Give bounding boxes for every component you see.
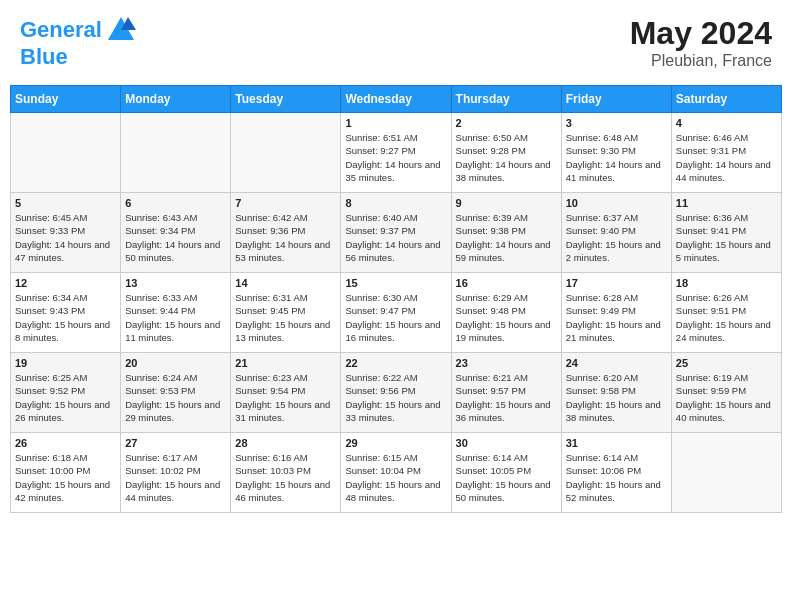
day-info: Sunrise: 6:46 AM Sunset: 9:31 PM Dayligh… — [676, 131, 777, 184]
calendar-header: SundayMondayTuesdayWednesdayThursdayFrid… — [11, 86, 782, 113]
day-info: Sunrise: 6:43 AM Sunset: 9:34 PM Dayligh… — [125, 211, 226, 264]
day-number: 7 — [235, 197, 336, 209]
day-number: 17 — [566, 277, 667, 289]
calendar-cell: 18Sunrise: 6:26 AM Sunset: 9:51 PM Dayli… — [671, 273, 781, 353]
day-info: Sunrise: 6:19 AM Sunset: 9:59 PM Dayligh… — [676, 371, 777, 424]
day-number: 24 — [566, 357, 667, 369]
calendar-cell: 23Sunrise: 6:21 AM Sunset: 9:57 PM Dayli… — [451, 353, 561, 433]
day-info: Sunrise: 6:39 AM Sunset: 9:38 PM Dayligh… — [456, 211, 557, 264]
day-number: 18 — [676, 277, 777, 289]
calendar-cell: 27Sunrise: 6:17 AM Sunset: 10:02 PM Dayl… — [121, 433, 231, 513]
calendar-cell: 29Sunrise: 6:15 AM Sunset: 10:04 PM Dayl… — [341, 433, 451, 513]
calendar-cell: 7Sunrise: 6:42 AM Sunset: 9:36 PM Daylig… — [231, 193, 341, 273]
day-number: 1 — [345, 117, 446, 129]
day-info: Sunrise: 6:48 AM Sunset: 9:30 PM Dayligh… — [566, 131, 667, 184]
calendar-cell — [11, 113, 121, 193]
calendar-cell: 4Sunrise: 6:46 AM Sunset: 9:31 PM Daylig… — [671, 113, 781, 193]
calendar-table: SundayMondayTuesdayWednesdayThursdayFrid… — [10, 85, 782, 513]
day-number: 4 — [676, 117, 777, 129]
day-info: Sunrise: 6:17 AM Sunset: 10:02 PM Daylig… — [125, 451, 226, 504]
day-info: Sunrise: 6:24 AM Sunset: 9:53 PM Dayligh… — [125, 371, 226, 424]
day-info: Sunrise: 6:42 AM Sunset: 9:36 PM Dayligh… — [235, 211, 336, 264]
day-info: Sunrise: 6:25 AM Sunset: 9:52 PM Dayligh… — [15, 371, 116, 424]
day-info: Sunrise: 6:15 AM Sunset: 10:04 PM Daylig… — [345, 451, 446, 504]
day-number: 11 — [676, 197, 777, 209]
calendar-cell: 17Sunrise: 6:28 AM Sunset: 9:49 PM Dayli… — [561, 273, 671, 353]
day-info: Sunrise: 6:28 AM Sunset: 9:49 PM Dayligh… — [566, 291, 667, 344]
day-number: 20 — [125, 357, 226, 369]
calendar-cell: 24Sunrise: 6:20 AM Sunset: 9:58 PM Dayli… — [561, 353, 671, 433]
day-number: 21 — [235, 357, 336, 369]
day-info: Sunrise: 6:22 AM Sunset: 9:56 PM Dayligh… — [345, 371, 446, 424]
calendar-cell: 16Sunrise: 6:29 AM Sunset: 9:48 PM Dayli… — [451, 273, 561, 353]
calendar-body: 1Sunrise: 6:51 AM Sunset: 9:27 PM Daylig… — [11, 113, 782, 513]
day-info: Sunrise: 6:51 AM Sunset: 9:27 PM Dayligh… — [345, 131, 446, 184]
calendar-cell — [671, 433, 781, 513]
calendar-cell: 12Sunrise: 6:34 AM Sunset: 9:43 PM Dayli… — [11, 273, 121, 353]
day-number: 8 — [345, 197, 446, 209]
day-info: Sunrise: 6:36 AM Sunset: 9:41 PM Dayligh… — [676, 211, 777, 264]
calendar-cell: 30Sunrise: 6:14 AM Sunset: 10:05 PM Dayl… — [451, 433, 561, 513]
calendar-week-row: 1Sunrise: 6:51 AM Sunset: 9:27 PM Daylig… — [11, 113, 782, 193]
calendar-cell: 6Sunrise: 6:43 AM Sunset: 9:34 PM Daylig… — [121, 193, 231, 273]
day-info: Sunrise: 6:20 AM Sunset: 9:58 PM Dayligh… — [566, 371, 667, 424]
day-number: 22 — [345, 357, 446, 369]
location-title: Pleubian, France — [630, 52, 772, 70]
calendar-cell: 28Sunrise: 6:16 AM Sunset: 10:03 PM Dayl… — [231, 433, 341, 513]
day-number: 26 — [15, 437, 116, 449]
calendar-cell — [231, 113, 341, 193]
day-number: 27 — [125, 437, 226, 449]
calendar-week-row: 19Sunrise: 6:25 AM Sunset: 9:52 PM Dayli… — [11, 353, 782, 433]
calendar-cell: 1Sunrise: 6:51 AM Sunset: 9:27 PM Daylig… — [341, 113, 451, 193]
calendar-cell: 15Sunrise: 6:30 AM Sunset: 9:47 PM Dayli… — [341, 273, 451, 353]
day-of-week-header: Tuesday — [231, 86, 341, 113]
day-number: 3 — [566, 117, 667, 129]
day-info: Sunrise: 6:23 AM Sunset: 9:54 PM Dayligh… — [235, 371, 336, 424]
calendar-cell: 13Sunrise: 6:33 AM Sunset: 9:44 PM Dayli… — [121, 273, 231, 353]
day-number: 19 — [15, 357, 116, 369]
calendar-cell: 26Sunrise: 6:18 AM Sunset: 10:00 PM Dayl… — [11, 433, 121, 513]
day-number: 29 — [345, 437, 446, 449]
day-info: Sunrise: 6:45 AM Sunset: 9:33 PM Dayligh… — [15, 211, 116, 264]
day-number: 16 — [456, 277, 557, 289]
logo-blue-text: Blue — [20, 45, 136, 69]
calendar-cell: 21Sunrise: 6:23 AM Sunset: 9:54 PM Dayli… — [231, 353, 341, 433]
day-number: 30 — [456, 437, 557, 449]
day-of-week-header: Sunday — [11, 86, 121, 113]
day-info: Sunrise: 6:29 AM Sunset: 9:48 PM Dayligh… — [456, 291, 557, 344]
day-info: Sunrise: 6:40 AM Sunset: 9:37 PM Dayligh… — [345, 211, 446, 264]
day-of-week-header: Monday — [121, 86, 231, 113]
calendar-cell: 31Sunrise: 6:14 AM Sunset: 10:06 PM Dayl… — [561, 433, 671, 513]
day-number: 15 — [345, 277, 446, 289]
calendar-cell: 19Sunrise: 6:25 AM Sunset: 9:52 PM Dayli… — [11, 353, 121, 433]
day-info: Sunrise: 6:21 AM Sunset: 9:57 PM Dayligh… — [456, 371, 557, 424]
day-info: Sunrise: 6:26 AM Sunset: 9:51 PM Dayligh… — [676, 291, 777, 344]
day-info: Sunrise: 6:31 AM Sunset: 9:45 PM Dayligh… — [235, 291, 336, 344]
calendar-week-row: 26Sunrise: 6:18 AM Sunset: 10:00 PM Dayl… — [11, 433, 782, 513]
calendar-cell: 10Sunrise: 6:37 AM Sunset: 9:40 PM Dayli… — [561, 193, 671, 273]
calendar-cell: 2Sunrise: 6:50 AM Sunset: 9:28 PM Daylig… — [451, 113, 561, 193]
day-number: 12 — [15, 277, 116, 289]
day-info: Sunrise: 6:37 AM Sunset: 9:40 PM Dayligh… — [566, 211, 667, 264]
calendar-cell: 22Sunrise: 6:22 AM Sunset: 9:56 PM Dayli… — [341, 353, 451, 433]
day-info: Sunrise: 6:50 AM Sunset: 9:28 PM Dayligh… — [456, 131, 557, 184]
calendar-week-row: 12Sunrise: 6:34 AM Sunset: 9:43 PM Dayli… — [11, 273, 782, 353]
month-title: May 2024 — [630, 15, 772, 52]
calendar-cell: 25Sunrise: 6:19 AM Sunset: 9:59 PM Dayli… — [671, 353, 781, 433]
day-of-week-header: Friday — [561, 86, 671, 113]
calendar-cell: 20Sunrise: 6:24 AM Sunset: 9:53 PM Dayli… — [121, 353, 231, 433]
calendar-cell: 8Sunrise: 6:40 AM Sunset: 9:37 PM Daylig… — [341, 193, 451, 273]
day-number: 14 — [235, 277, 336, 289]
logo-text: General — [20, 18, 102, 42]
page-header: General Blue May 2024 Pleubian, France — [10, 10, 782, 75]
logo: General Blue — [20, 15, 136, 69]
calendar-cell: 9Sunrise: 6:39 AM Sunset: 9:38 PM Daylig… — [451, 193, 561, 273]
day-info: Sunrise: 6:14 AM Sunset: 10:06 PM Daylig… — [566, 451, 667, 504]
day-info: Sunrise: 6:30 AM Sunset: 9:47 PM Dayligh… — [345, 291, 446, 344]
day-number: 6 — [125, 197, 226, 209]
day-number: 13 — [125, 277, 226, 289]
calendar-cell: 5Sunrise: 6:45 AM Sunset: 9:33 PM Daylig… — [11, 193, 121, 273]
calendar-cell: 14Sunrise: 6:31 AM Sunset: 9:45 PM Dayli… — [231, 273, 341, 353]
day-number: 9 — [456, 197, 557, 209]
day-number: 2 — [456, 117, 557, 129]
